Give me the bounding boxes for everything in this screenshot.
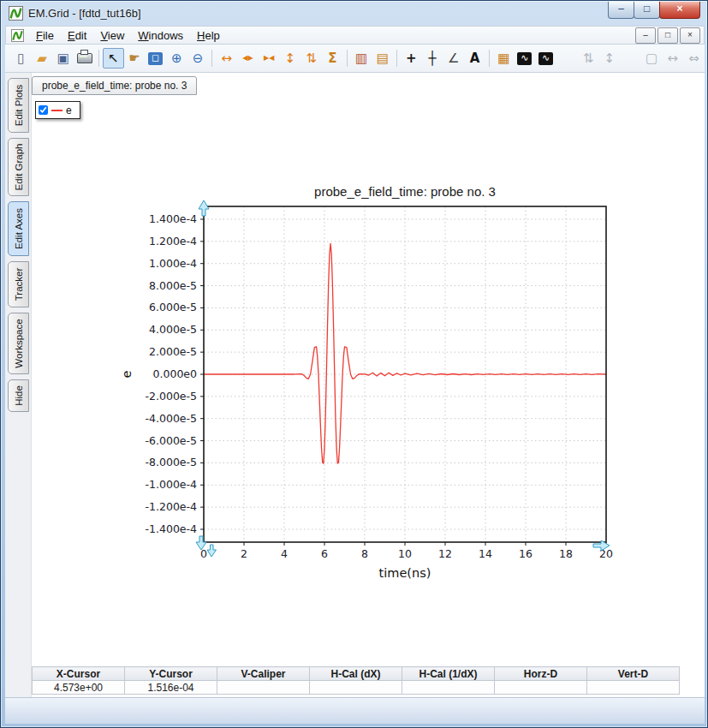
toolbar: ▯▰▣↖☛◻⊕⊖↔◀▶▶◀↕⇅Σ▥▤+┼∠A▦∿∿⇅↕▢↔⇔ xyxy=(5,45,705,73)
sidebar-tab-label: Edit Axes xyxy=(14,208,24,249)
zoom-in-icon: ⊕ xyxy=(170,51,183,66)
tracker-icon: ┼ xyxy=(425,51,439,66)
save-icon: ▣ xyxy=(57,51,70,66)
text-annotation-button[interactable]: A xyxy=(464,48,485,69)
window-controls: – □ × xyxy=(609,2,700,19)
zoom-out-icon: ⊖ xyxy=(191,51,205,66)
compress-x-icon: ▶◀ xyxy=(262,51,276,66)
y-tick-label: 2.000e-5 xyxy=(149,345,197,358)
histogram-vertical-icon: ▥ xyxy=(354,51,368,66)
crosshair-icon: + xyxy=(404,51,418,66)
compress-x-button[interactable]: ▶◀ xyxy=(259,48,280,69)
chart-svg[interactable]: 024681012141618201.400e-41.200e-41.000e-… xyxy=(112,176,626,588)
histogram-vertical-button[interactable]: ▥ xyxy=(351,48,372,69)
fft-forward-button[interactable]: ∿ xyxy=(515,48,536,69)
mdi-close-button[interactable]: × xyxy=(680,27,700,44)
title-bar: EM.Grid - [fdtd_tut16b] xyxy=(1,1,707,25)
frame-button: ▢ xyxy=(641,48,663,69)
mdi-minimize-button[interactable]: – xyxy=(635,27,656,44)
fit-y-icon: ↕ xyxy=(283,51,297,66)
sidebar-tab-edit-plots[interactable]: Edit Plots xyxy=(8,78,29,133)
fit-x-button[interactable]: ↔ xyxy=(216,48,237,69)
sidebar-tab-tracker[interactable]: Tracker xyxy=(8,261,29,307)
x-tick-label: 8 xyxy=(361,547,368,560)
expand-frame-v-icon: ⇅ xyxy=(581,51,595,66)
y-tick-label: -4.000e-5 xyxy=(146,412,197,425)
crosshair-button[interactable]: + xyxy=(401,48,422,69)
maximize-button[interactable]: □ xyxy=(634,2,660,19)
status-header-cell: Vert-D xyxy=(587,667,680,681)
mdi-restore-button[interactable]: □ xyxy=(657,27,678,44)
menu-windows[interactable]: Windows xyxy=(131,27,190,44)
fit-x-icon: ↔ xyxy=(220,51,234,66)
fit-frame-v-button: ↕ xyxy=(598,48,620,69)
new-plot-button[interactable]: ▦ xyxy=(493,48,515,69)
axis-handle-bottom2-icon xyxy=(207,545,217,557)
legend-line-swatch xyxy=(51,110,62,111)
y-tick-label: -2.000e-5 xyxy=(146,390,197,403)
print-icon xyxy=(77,53,92,63)
sidebar-tab-workspace[interactable]: Workspace xyxy=(8,313,29,374)
menu-file[interactable]: File xyxy=(29,27,61,44)
fit-y-button[interactable]: ↕ xyxy=(280,48,301,69)
expand-frame-v-button: ⇅ xyxy=(578,48,599,69)
status-bar xyxy=(5,697,705,724)
sidebar-tab-hide[interactable]: Hide xyxy=(8,379,29,412)
print-button[interactable] xyxy=(74,48,95,69)
menu-help[interactable]: Help xyxy=(190,27,227,44)
x-axis-label: time(ns) xyxy=(379,566,431,580)
expand-frame-h-button: ↔ xyxy=(662,48,683,69)
select-cursor-icon: ↖ xyxy=(106,51,120,66)
status-value-cell: 1.516e-04 xyxy=(125,681,217,695)
y-tick-label: 1.400e-4 xyxy=(149,212,197,225)
menu-view[interactable]: View xyxy=(93,27,131,44)
y-tick-label: 1.200e-4 xyxy=(149,235,197,248)
toolbar-separator xyxy=(396,50,397,67)
histogram-horizontal-button[interactable]: ▤ xyxy=(372,48,393,69)
zoom-out-button[interactable]: ⊖ xyxy=(187,48,209,69)
y-tick-label: 1.000e-4 xyxy=(149,257,197,270)
minimize-button[interactable]: – xyxy=(608,2,634,19)
pan-hand-button[interactable]: ☛ xyxy=(124,48,146,69)
sidebar-tab-edit-graph[interactable]: Edit Graph xyxy=(8,138,29,196)
document-tab-label: probe_e_field_time: probe no. 3 xyxy=(42,80,187,92)
status-header-row: X-CursorY-CursorV-CaliperH-Cal (dX)H-Cal… xyxy=(33,667,680,681)
status-value-cell: 4.573e+00 xyxy=(33,681,125,695)
app-window: EM.Grid - [fdtd_tut16b] – □ × FileEditVi… xyxy=(0,0,708,728)
zoom-region-icon: ◻ xyxy=(148,52,163,65)
sidebar-tab-edit-axes[interactable]: Edit Axes xyxy=(8,201,29,256)
x-tick-label: 10 xyxy=(398,547,412,560)
expand-y-button[interactable]: ⇅ xyxy=(300,48,322,69)
status-header-cell: H-Cal (dX) xyxy=(310,667,402,681)
select-cursor-button[interactable]: ↖ xyxy=(103,48,124,69)
expand-x-button[interactable]: ◀▶ xyxy=(237,48,259,69)
document-tab[interactable]: probe_e_field_time: probe no. 3 xyxy=(32,76,197,95)
close-button[interactable]: × xyxy=(659,2,700,19)
menu-edit[interactable]: Edit xyxy=(61,27,93,44)
fit-frame-h-icon: ⇔ xyxy=(687,51,701,66)
y-tick-label: -1.000e-4 xyxy=(146,478,197,491)
x-tick-label: 18 xyxy=(559,547,573,560)
expand-frame-h-icon: ↔ xyxy=(666,51,680,66)
histogram-horizontal-icon: ▤ xyxy=(376,51,390,66)
new-file-icon: ▯ xyxy=(14,51,27,66)
autoscale-button[interactable]: Σ xyxy=(322,48,343,69)
status-header-cell: Y-Cursor xyxy=(125,667,217,681)
new-file-button[interactable]: ▯ xyxy=(10,48,32,69)
tracker-button[interactable]: ┼ xyxy=(422,48,443,69)
toolbar-separator xyxy=(211,50,212,67)
status-header-cell: X-Cursor xyxy=(33,667,125,681)
zoom-in-button[interactable]: ⊕ xyxy=(166,48,187,69)
autoscale-icon: Σ xyxy=(325,51,339,66)
save-button[interactable]: ▣ xyxy=(52,48,74,69)
x-tick-label: 2 xyxy=(241,547,247,560)
slope-button[interactable]: ∠ xyxy=(443,48,464,69)
zoom-region-button[interactable]: ◻ xyxy=(145,48,166,69)
fft-inverse-button[interactable]: ∿ xyxy=(535,48,556,69)
legend-e-checkbox[interactable] xyxy=(39,105,48,115)
open-folder-button[interactable]: ▰ xyxy=(32,48,53,69)
y-axis-label: e xyxy=(120,370,134,378)
toolbar-separator xyxy=(347,50,348,67)
status-value-cell xyxy=(587,681,680,695)
app-menu-icon[interactable] xyxy=(11,29,24,42)
